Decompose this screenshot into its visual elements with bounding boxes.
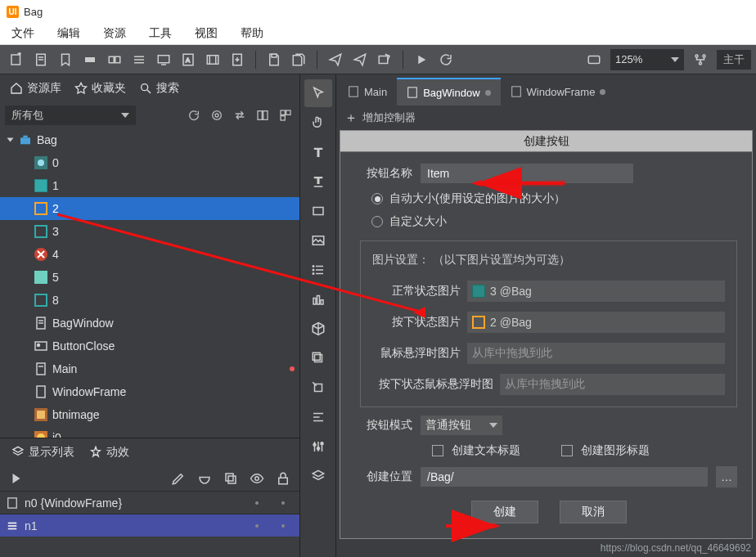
- svg-point-25: [700, 62, 702, 65]
- menu-help[interactable]: 帮助: [241, 26, 263, 41]
- bookmark-icon[interactable]: [54, 48, 77, 71]
- eye-icon[interactable]: [247, 467, 267, 490]
- new-icon[interactable]: [5, 48, 28, 71]
- text-icon[interactable]: A: [177, 48, 200, 71]
- pressed-img-field[interactable]: 2 @Bag: [467, 312, 725, 333]
- mask-icon[interactable]: [195, 467, 214, 490]
- chk-shape-title[interactable]: [561, 445, 573, 456]
- display-row[interactable]: n0 {WindowFrame}: [0, 491, 299, 514]
- svg-rect-8: [115, 56, 120, 63]
- tree-item[interactable]: WindowFrame: [0, 380, 299, 403]
- layers2-icon[interactable]: [304, 462, 332, 490]
- branch-icon[interactable]: [689, 48, 712, 71]
- download-icon[interactable]: [226, 48, 249, 71]
- save-icon[interactable]: [263, 48, 286, 71]
- movie-icon[interactable]: [201, 48, 224, 71]
- tree-item[interactable]: 8: [0, 289, 299, 312]
- tree-item[interactable]: 3: [0, 220, 299, 243]
- svg-rect-61: [313, 208, 323, 215]
- menu-file[interactable]: 文件: [11, 26, 34, 41]
- browse-button[interactable]: …: [716, 466, 737, 487]
- transform-icon[interactable]: [304, 374, 332, 402]
- svg-rect-70: [317, 296, 319, 305]
- normal-img-field[interactable]: 3 @Bag: [467, 281, 725, 302]
- play-small-icon[interactable]: [7, 467, 26, 490]
- split-icon[interactable]: [254, 106, 272, 124]
- tree-item[interactable]: BagWindow: [0, 312, 299, 335]
- hand-icon[interactable]: [304, 109, 332, 137]
- swap-icon[interactable]: [231, 106, 249, 124]
- tab-fav[interactable]: 收藏夹: [70, 78, 131, 99]
- tree-item[interactable]: ButtonClose: [0, 335, 299, 357]
- tab-search[interactable]: 搜索: [134, 78, 184, 99]
- target-icon[interactable]: [208, 106, 226, 124]
- menu-view[interactable]: 视图: [195, 26, 218, 41]
- package-icon: [19, 133, 32, 146]
- number-list-icon[interactable]: [304, 256, 332, 284]
- send-icon[interactable]: [324, 48, 347, 71]
- play-icon[interactable]: [410, 48, 433, 71]
- tree-item-selected[interactable]: 2: [0, 197, 299, 220]
- menu-tool[interactable]: 工具: [149, 26, 172, 41]
- branch-master[interactable]: 主干: [717, 50, 751, 70]
- tab-display-list[interactable]: 显示列表: [7, 442, 79, 463]
- add-controller[interactable]: ＋增加控制器: [336, 106, 756, 130]
- screen-icon[interactable]: [152, 48, 175, 71]
- button-mode-select[interactable]: 普通按钮: [421, 416, 502, 435]
- chk-text-title[interactable]: [432, 445, 443, 456]
- tree-item[interactable]: 0: [0, 151, 299, 174]
- create-location-input[interactable]: [421, 467, 708, 487]
- tree-item[interactable]: Main: [0, 357, 299, 380]
- cursor-icon[interactable]: [304, 79, 332, 107]
- grid-icon[interactable]: [277, 106, 295, 124]
- text-underline-icon[interactable]: [304, 168, 332, 195]
- rect-icon[interactable]: [304, 197, 332, 225]
- device-icon[interactable]: [583, 48, 605, 71]
- list-icon[interactable]: [128, 48, 151, 71]
- svg-rect-20: [272, 54, 277, 57]
- tree-item[interactable]: btnimage: [0, 403, 299, 426]
- send2-icon[interactable]: [349, 48, 371, 71]
- tree-item[interactable]: 5: [0, 266, 299, 289]
- create-button[interactable]: 创建: [471, 501, 538, 523]
- display-row-selected[interactable]: n1: [0, 514, 299, 537]
- cube-icon[interactable]: [304, 315, 332, 343]
- adjust-icon[interactable]: [304, 433, 332, 460]
- image2-icon[interactable]: [304, 227, 332, 254]
- tree-item[interactable]: i0: [0, 426, 299, 438]
- pressed-hover-img-field[interactable]: 从库中拖拽到此: [500, 374, 725, 395]
- tree-item[interactable]: 4: [0, 243, 299, 266]
- hover-img-field[interactable]: 从库中拖拽到此: [467, 343, 725, 364]
- menu-resource[interactable]: 资源: [103, 26, 126, 41]
- layers-icon[interactable]: [304, 344, 332, 372]
- copy-icon[interactable]: [221, 467, 241, 490]
- button-name-input[interactable]: [421, 164, 633, 183]
- text-t-icon[interactable]: [304, 138, 332, 166]
- cancel-button[interactable]: 取消: [560, 501, 627, 523]
- tab-main[interactable]: Main: [338, 78, 397, 106]
- menu-edit[interactable]: 编辑: [57, 26, 80, 41]
- reload-icon[interactable]: [185, 106, 203, 124]
- tree-root[interactable]: Bag: [0, 128, 299, 151]
- refresh-icon[interactable]: [434, 48, 457, 71]
- pen-icon[interactable]: [169, 467, 188, 490]
- dual-icon[interactable]: [103, 48, 126, 71]
- tree-item[interactable]: 1: [0, 174, 299, 197]
- component-icon[interactable]: [79, 48, 101, 71]
- tab-motion[interactable]: 动效: [84, 442, 134, 463]
- doc-icon[interactable]: [29, 48, 52, 71]
- radio-custom-size[interactable]: [371, 216, 383, 227]
- save-all-icon[interactable]: [287, 48, 310, 71]
- tab-windowframe[interactable]: WindowFrame: [501, 78, 616, 106]
- doc-icon: [34, 362, 47, 375]
- lock-icon[interactable]: [273, 467, 293, 490]
- sprite-icon: [34, 408, 47, 421]
- tab-library[interactable]: 资源库: [5, 78, 66, 99]
- align-icon[interactable]: [304, 403, 332, 431]
- zoom-select[interactable]: 125%: [610, 49, 684, 70]
- tab-bagwindow[interactable]: BagWindow: [397, 78, 500, 106]
- package-filter[interactable]: 所有包: [5, 106, 136, 125]
- send-screen-icon[interactable]: [373, 48, 396, 71]
- chart-icon[interactable]: [304, 285, 332, 313]
- radio-auto-size[interactable]: [371, 193, 383, 204]
